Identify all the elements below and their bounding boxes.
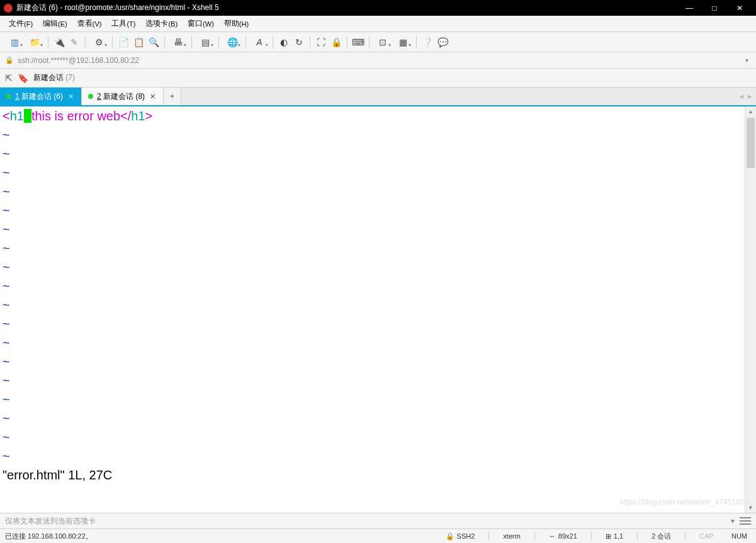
terminal[interactable]: <h1this is error web</h1> ~ ~ ~ ~ ~ ~ ~ … <box>0 106 756 513</box>
tab-add-button[interactable]: + <box>164 88 181 105</box>
status-pos: ⊞ 1,1 <box>602 532 627 540</box>
terminal-status-line: "error.html" 1L, 27C <box>3 466 742 484</box>
tab-nav-arrows[interactable]: ◄ ► <box>738 88 753 105</box>
window-title: 新建会话 (6) - root@promote:/usr/share/nginx… <box>16 3 219 13</box>
tab-close-icon[interactable]: ✕ <box>67 93 75 101</box>
terminal-tilde: ~ <box>3 295 742 314</box>
terminal-tilde: ~ <box>3 125 742 144</box>
font-icon[interactable]: A <box>250 35 269 49</box>
address-bar: 🔒 ssh://root:******@192.168.100.80:22 ▾ <box>0 52 756 69</box>
globe-icon[interactable]: 🌐 <box>223 35 242 49</box>
search-icon[interactable]: 🔍 <box>147 35 161 49</box>
hamburger-icon[interactable] <box>740 517 751 525</box>
color-icon[interactable]: ◐ <box>277 35 291 49</box>
refresh-icon[interactable]: ↻ <box>292 35 306 49</box>
keyboard-icon[interactable]: ⌨ <box>351 35 365 49</box>
bookmark-icon[interactable]: 🔖 <box>18 73 28 83</box>
layout-icon[interactable]: ▤ <box>196 35 215 49</box>
status-cap: CAP <box>696 532 718 540</box>
menu-edit[interactable]: 编辑(E) <box>38 16 72 31</box>
status-term: xterm <box>499 532 524 540</box>
status-num: NUM <box>728 532 751 540</box>
toolbar: ▥ 📁 🔌 ✎ ⚙ 📄 📋 🔍 🖶 ▤ 🌐 A ◐ ↻ ⛶ 🔒 ⌨ ⊡ ▦ ❔ … <box>0 32 756 52</box>
new-session-icon[interactable]: ▥ <box>5 35 24 49</box>
properties-icon[interactable]: ⚙ <box>89 35 108 49</box>
help-icon[interactable]: ❔ <box>420 35 434 49</box>
menu-help[interactable]: 帮助(H) <box>219 16 254 31</box>
terminal-tilde: ~ <box>3 333 742 352</box>
tab-session-2[interactable]: 2 新建会话 (8) ✕ <box>82 88 164 105</box>
status-size: ↔ 89x21 <box>545 532 581 540</box>
terminal-tilde: ~ <box>3 220 742 239</box>
terminal-tilde: ~ <box>3 182 742 201</box>
terminal-tilde: ~ <box>3 447 742 466</box>
status-connection: 已连接 192.168.100.80:22。 <box>5 532 432 541</box>
status-protocol: 🔒 SSH2 <box>442 532 479 540</box>
menu-bar: 文件(F) 编辑(E) 查看(V) 工具(T) 选项卡(B) 窗口(W) 帮助(… <box>0 16 756 32</box>
status-sessions: 2 会话 <box>648 532 675 541</box>
menu-view[interactable]: 查看(V) <box>72 16 107 31</box>
scroll-thumb[interactable] <box>747 118 755 168</box>
add-icon[interactable]: ⊡ <box>373 35 392 49</box>
terminal-tilde: ~ <box>3 352 742 371</box>
session-bar-label[interactable]: 新建会话 (7) <box>33 72 75 83</box>
maximize-button[interactable]: □ <box>702 0 727 16</box>
close-button[interactable]: ✕ <box>727 0 752 16</box>
fullscreen-icon[interactable]: ⛶ <box>314 35 328 49</box>
menu-tools[interactable]: 工具(T) <box>106 16 140 31</box>
session-bar: ⇱ 🔖 新建会话 (7) <box>0 69 756 88</box>
lock-icon[interactable]: 🔒 <box>329 35 343 49</box>
address-url[interactable]: ssh://root:******@192.168.100.80:22 <box>18 56 743 65</box>
scroll-up-icon[interactable]: ▲ <box>745 106 756 117</box>
print-icon[interactable]: 🖶 <box>169 35 188 49</box>
app-icon <box>4 4 13 13</box>
terminal-tilde: ~ <box>3 277 742 295</box>
tabs-bar: 1 新建会话 (6) ✕ 2 新建会话 (8) ✕ + ◄ ► <box>0 88 756 106</box>
cursor <box>24 109 31 123</box>
terminal-tilde: ~ <box>3 239 742 258</box>
menu-window[interactable]: 窗口(W) <box>183 16 219 31</box>
address-dropdown-icon[interactable]: ▾ <box>743 57 751 64</box>
minimize-button[interactable]: — <box>677 0 702 16</box>
disconnect-icon[interactable]: ✎ <box>67 35 81 49</box>
terminal-tilde: ~ <box>3 428 742 447</box>
grid-icon[interactable]: ▦ <box>393 35 412 49</box>
session-nav-icon[interactable]: ⇱ <box>5 73 13 83</box>
open-icon[interactable]: 📁 <box>25 35 44 49</box>
compose-input[interactable]: 仅将文本发送到当前选项卡 <box>5 516 731 527</box>
title-bar: 新建会话 (6) - root@promote:/usr/share/nginx… <box>0 0 756 16</box>
tab-close-icon[interactable]: ✕ <box>149 93 157 101</box>
status-bar: 已连接 192.168.100.80:22。 🔒 SSH2 xterm ↔ 89… <box>0 529 756 543</box>
status-dot-icon <box>88 94 93 99</box>
compose-dropdown-icon[interactable]: ▾ <box>731 517 735 525</box>
terminal-tilde: ~ <box>3 314 742 333</box>
copy-icon[interactable]: 📄 <box>116 35 130 49</box>
terminal-tilde: ~ <box>3 258 742 277</box>
terminal-tilde: ~ <box>3 163 742 182</box>
terminal-tilde: ~ <box>3 201 742 220</box>
terminal-tilde: ~ <box>3 144 742 163</box>
menu-tabs[interactable]: 选项卡(B) <box>140 16 183 31</box>
terminal-line: <h1this is error web</h1> <box>3 106 742 125</box>
lock-small-icon: 🔒 <box>5 56 14 64</box>
reconnect-icon[interactable]: 🔌 <box>52 35 66 49</box>
scroll-down-icon[interactable]: ▼ <box>745 503 756 513</box>
terminal-tilde: ~ <box>3 409 742 428</box>
input-bar: 仅将文本发送到当前选项卡 ▾ <box>0 513 756 529</box>
paste-icon[interactable]: 📋 <box>132 35 145 49</box>
chat-icon[interactable]: 💬 <box>436 35 449 49</box>
terminal-tilde: ~ <box>3 390 742 409</box>
menu-file[interactable]: 文件(F) <box>4 16 38 31</box>
terminal-tilde: ~ <box>3 371 742 390</box>
status-dot-icon <box>6 94 11 99</box>
terminal-scrollbar[interactable]: ▲ ▼ <box>745 106 756 513</box>
tab-session-1[interactable]: 1 新建会话 (6) ✕ <box>0 88 82 105</box>
